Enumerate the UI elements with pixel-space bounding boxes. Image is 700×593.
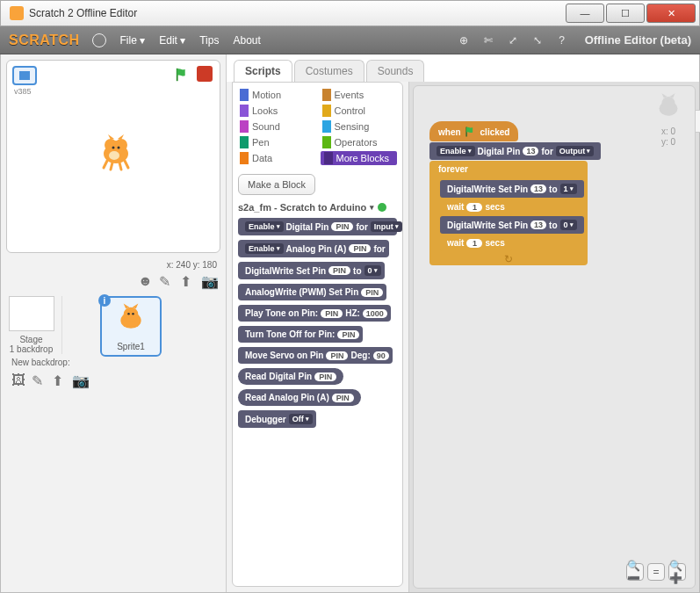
sprite-indicator: x: 0 y: 0: [653, 91, 684, 148]
status-dot-icon: [378, 203, 386, 212]
script-area[interactable]: ? x: 0 y: 0 when clicked: [408, 82, 699, 592]
backdrop-paint-icon[interactable]: ✎: [32, 372, 47, 388]
cut-tool-icon[interactable]: ✄: [480, 33, 496, 48]
palette-block-play-tone[interactable]: Play Tone on Pin:PINHZ:1000: [238, 305, 391, 322]
close-button[interactable]: ✕: [646, 4, 696, 23]
sprite-name: Sprite1: [105, 342, 156, 351]
titlebar: Scratch 2 Offline Editor — ☐ ✕: [0, 0, 700, 26]
sprite-info-icon[interactable]: i: [98, 294, 111, 307]
sprite-x: x: 0: [653, 127, 684, 137]
new-sprite-paint-icon[interactable]: ✎: [159, 273, 175, 289]
stage-column: v385 x: 240 y: 180 ☻ ✎ ⬆ 📷 Stage: [1, 54, 227, 592]
stamp-tool-icon[interactable]: ⊕: [456, 33, 472, 48]
category-looks[interactable]: Looks: [238, 104, 315, 118]
stop-button[interactable]: [197, 66, 213, 82]
palette-block-servo[interactable]: Move Servo on PinPINDeg:90: [238, 347, 393, 364]
new-sprite-library-icon[interactable]: ☻: [138, 273, 154, 289]
palette-block-digitalwrite[interactable]: DigitalWrite Set PinPINto0▾: [238, 262, 385, 279]
script-block-wait-1[interactable]: wait1secs: [440, 199, 512, 215]
palette-block-read-analog[interactable]: Read Analog Pin (A)PIN: [238, 389, 361, 406]
offline-label: Offline Editor (beta): [585, 33, 691, 47]
backdrop-count: 1 backdrop: [6, 344, 56, 354]
shrink-tool-icon[interactable]: ⤡: [530, 33, 545, 48]
svg-point-4: [112, 147, 115, 149]
palette-block-tone-off[interactable]: Turn Tone Off for Pin:PIN: [238, 326, 363, 343]
script-block-wait-2[interactable]: wait1secs: [440, 235, 512, 251]
backdrop-upload-icon[interactable]: ⬆: [52, 372, 68, 388]
zoom-out-button[interactable]: 🔍➖: [626, 563, 644, 581]
stage-label: Stage: [6, 335, 56, 344]
make-a-block-button[interactable]: Make a Block: [238, 174, 315, 195]
category-pen[interactable]: Pen: [238, 135, 315, 149]
svg-point-9: [127, 313, 130, 315]
script-stack[interactable]: when clicked Enable▾ Digital Pin 13 for …: [429, 121, 601, 265]
svg-point-8: [124, 307, 139, 322]
app-icon: [10, 6, 24, 20]
zoom-reset-button[interactable]: =: [647, 563, 665, 581]
menu-edit[interactable]: Edit ▾: [159, 34, 185, 47]
tab-scripts[interactable]: Scripts: [234, 60, 292, 82]
category-more-blocks[interactable]: More Blocks: [321, 151, 398, 165]
menu-file[interactable]: File ▾: [120, 34, 146, 47]
svg-point-10: [132, 313, 134, 315]
hat-when-flag-clicked[interactable]: when clicked: [429, 121, 518, 141]
category-sensing[interactable]: Sensing: [321, 119, 398, 134]
stage[interactable]: v385: [6, 60, 220, 253]
fullscreen-icon[interactable]: [12, 66, 37, 85]
script-block-digitalwrite-1[interactable]: DigitalWrite Set Pin13to1▾: [440, 180, 584, 198]
loop-arrow-icon: ↻: [429, 253, 588, 265]
menu-tips[interactable]: Tips: [199, 34, 219, 47]
window-title: Scratch 2 Offline Editor: [29, 7, 566, 19]
category-control[interactable]: Control: [321, 104, 398, 118]
green-flag-icon: [465, 126, 477, 138]
svg-point-6: [109, 151, 119, 160]
sprite-thumbnail[interactable]: i Sprite1: [100, 296, 162, 357]
scratch-logo[interactable]: SCRATCH: [9, 33, 80, 48]
zoom-in-button[interactable]: 🔍➕: [668, 563, 686, 581]
svg-point-12: [662, 97, 675, 110]
version-label: v385: [14, 87, 32, 96]
palette-block-debugger[interactable]: DebuggerOff▾: [238, 410, 316, 428]
new-backdrop-label: New backdrop:: [6, 354, 93, 371]
category-motion[interactable]: Motion: [238, 88, 315, 102]
palette-block-enable-digital[interactable]: Enable▾Digital PinPINforInput▾: [238, 218, 397, 235]
new-sprite-upload-icon[interactable]: ⬆: [180, 273, 196, 289]
sprite-on-stage[interactable]: [95, 131, 137, 177]
stage-thumbnail[interactable]: Stage 1 backdrop: [6, 296, 62, 354]
grow-tool-icon[interactable]: ⤢: [505, 33, 521, 48]
palette-block-analogwrite[interactable]: AnalogWrite (PWM) Set PinPIN: [238, 284, 386, 300]
extension-header[interactable]: s2a_fm - Scratch to Arduino ▾: [238, 202, 397, 213]
palette-block-read-digital[interactable]: Read Digital PinPIN: [238, 368, 343, 385]
minimize-button[interactable]: —: [566, 4, 604, 23]
svg-point-5: [118, 147, 120, 149]
tab-sounds[interactable]: Sounds: [366, 60, 425, 82]
script-block-forever[interactable]: forever DigitalWrite Set Pin13to1▾ wait1…: [429, 161, 588, 265]
backdrop-library-icon[interactable]: 🖼: [11, 372, 27, 388]
language-icon[interactable]: [92, 33, 106, 47]
script-block-enable[interactable]: Enable▾ Digital Pin 13 for Output▾: [429, 142, 601, 160]
category-data[interactable]: Data: [238, 151, 315, 165]
new-sprite-camera-icon[interactable]: 📷: [201, 273, 217, 289]
green-flag-button[interactable]: [174, 66, 191, 83]
chevron-down-icon: ▾: [370, 203, 374, 212]
script-block-digitalwrite-2[interactable]: DigitalWrite Set Pin13to0▾: [440, 216, 584, 234]
menu-about[interactable]: About: [233, 34, 260, 47]
tab-costumes[interactable]: Costumes: [294, 60, 364, 82]
sprite-y: y: 0: [653, 137, 684, 148]
category-events[interactable]: Events: [321, 88, 398, 102]
palette-block-enable-analog[interactable]: Enable▾Analog Pin (A)PINfor: [238, 240, 389, 257]
help-tool-icon[interactable]: ?: [554, 33, 570, 48]
category-operators[interactable]: Operators: [321, 135, 398, 149]
maximize-button[interactable]: ☐: [606, 4, 645, 23]
mouse-coords: x: 240 y: 180: [1, 258, 226, 271]
backdrop-camera-icon[interactable]: 📷: [72, 372, 88, 388]
menubar: SCRATCH File ▾ Edit ▾ Tips About ⊕ ✄ ⤢ ⤡…: [0, 26, 700, 54]
category-sound[interactable]: Sound: [238, 119, 315, 134]
